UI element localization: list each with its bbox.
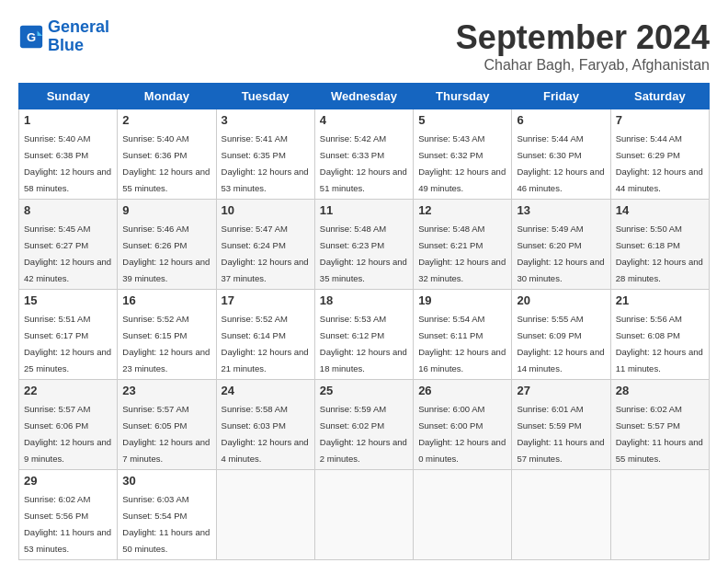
calendar-cell: 27 Sunrise: 6:01 AMSunset: 5:59 PMDaylig… bbox=[512, 380, 610, 470]
calendar-row-2: 15 Sunrise: 5:51 AMSunset: 6:17 PMDaylig… bbox=[19, 290, 710, 380]
calendar-cell: 12 Sunrise: 5:48 AMSunset: 6:21 PMDaylig… bbox=[414, 200, 512, 290]
day-number: 24 bbox=[222, 384, 310, 397]
logo-line2: Blue bbox=[48, 36, 84, 54]
day-number: 5 bbox=[418, 113, 506, 127]
day-info: Sunrise: 6:03 AMSunset: 5:54 PMDaylight:… bbox=[122, 494, 210, 554]
day-number: 17 bbox=[222, 293, 310, 307]
day-number: 25 bbox=[320, 384, 408, 397]
logo-line1: General bbox=[48, 17, 109, 36]
day-info: Sunrise: 5:40 AMSunset: 6:36 PMDaylight:… bbox=[122, 133, 210, 193]
day-number: 30 bbox=[122, 474, 210, 488]
calendar-cell: 6 Sunrise: 5:44 AMSunset: 6:30 PMDayligh… bbox=[512, 109, 610, 200]
day-info: Sunrise: 6:02 AMSunset: 5:57 PMDaylight:… bbox=[616, 404, 703, 464]
day-info: Sunrise: 5:49 AMSunset: 6:20 PMDaylight:… bbox=[517, 224, 604, 283]
calendar-cell: 26 Sunrise: 6:00 AMSunset: 6:00 PMDaylig… bbox=[414, 380, 512, 470]
day-info: Sunrise: 5:41 AMSunset: 6:35 PMDaylight:… bbox=[222, 133, 309, 193]
day-info: Sunrise: 5:56 AMSunset: 6:08 PMDaylight:… bbox=[616, 314, 703, 373]
day-info: Sunrise: 5:40 AMSunset: 6:38 PMDaylight:… bbox=[24, 133, 111, 193]
calendar-cell: 15 Sunrise: 5:51 AMSunset: 6:17 PMDaylig… bbox=[19, 290, 118, 380]
calendar-cell bbox=[414, 470, 512, 560]
day-info: Sunrise: 5:43 AMSunset: 6:32 PMDaylight:… bbox=[418, 133, 506, 193]
calendar-cell: 5 Sunrise: 5:43 AMSunset: 6:32 PMDayligh… bbox=[414, 109, 512, 200]
col-sunday: Sunday bbox=[19, 84, 118, 109]
day-number: 8 bbox=[24, 203, 112, 217]
logo-text: General Blue bbox=[48, 18, 109, 55]
day-info: Sunrise: 5:48 AMSunset: 6:23 PMDaylight:… bbox=[320, 224, 407, 283]
page-header: G General Blue September 2024 Chahar Bag… bbox=[18, 18, 710, 74]
day-number: 12 bbox=[418, 203, 506, 217]
calendar-cell: 1 Sunrise: 5:40 AMSunset: 6:38 PMDayligh… bbox=[19, 109, 118, 200]
day-number: 7 bbox=[616, 113, 704, 127]
calendar-cell: 9 Sunrise: 5:46 AMSunset: 6:26 PMDayligh… bbox=[118, 200, 216, 290]
calendar-header-row: Sunday Monday Tuesday Wednesday Thursday… bbox=[19, 84, 710, 109]
col-thursday: Thursday bbox=[414, 84, 512, 109]
day-number: 14 bbox=[616, 203, 704, 217]
calendar-row-3: 22 Sunrise: 5:57 AMSunset: 6:06 PMDaylig… bbox=[19, 380, 710, 470]
calendar-cell: 23 Sunrise: 5:57 AMSunset: 6:05 PMDaylig… bbox=[118, 380, 216, 470]
day-number: 11 bbox=[320, 203, 408, 217]
calendar-cell: 14 Sunrise: 5:50 AMSunset: 6:18 PMDaylig… bbox=[610, 200, 709, 290]
day-info: Sunrise: 5:45 AMSunset: 6:27 PMDaylight:… bbox=[24, 224, 111, 283]
calendar-cell: 7 Sunrise: 5:44 AMSunset: 6:29 PMDayligh… bbox=[610, 109, 709, 200]
day-info: Sunrise: 6:01 AMSunset: 5:59 PMDaylight:… bbox=[517, 404, 604, 464]
calendar-cell: 20 Sunrise: 5:55 AMSunset: 6:09 PMDaylig… bbox=[512, 290, 610, 380]
day-info: Sunrise: 5:55 AMSunset: 6:09 PMDaylight:… bbox=[517, 314, 604, 373]
day-info: Sunrise: 5:57 AMSunset: 6:06 PMDaylight:… bbox=[24, 404, 111, 464]
calendar-cell: 29 Sunrise: 6:02 AMSunset: 5:56 PMDaylig… bbox=[19, 470, 118, 560]
day-info: Sunrise: 5:44 AMSunset: 6:30 PMDaylight:… bbox=[517, 133, 604, 193]
day-info: Sunrise: 5:57 AMSunset: 6:05 PMDaylight:… bbox=[122, 404, 210, 464]
col-friday: Friday bbox=[512, 84, 610, 109]
calendar-row-0: 1 Sunrise: 5:40 AMSunset: 6:38 PMDayligh… bbox=[19, 109, 710, 200]
day-info: Sunrise: 6:00 AMSunset: 6:00 PMDaylight:… bbox=[418, 404, 506, 464]
col-saturday: Saturday bbox=[610, 84, 709, 109]
title-block: September 2024 Chahar Bagh, Faryab, Afgh… bbox=[456, 18, 710, 74]
day-number: 20 bbox=[517, 293, 605, 307]
calendar-cell: 22 Sunrise: 5:57 AMSunset: 6:06 PMDaylig… bbox=[19, 380, 118, 470]
day-number: 29 bbox=[24, 474, 112, 488]
day-info: Sunrise: 5:44 AMSunset: 6:29 PMDaylight:… bbox=[616, 133, 703, 193]
day-number: 9 bbox=[122, 203, 210, 217]
day-number: 13 bbox=[517, 203, 605, 217]
day-info: Sunrise: 5:47 AMSunset: 6:24 PMDaylight:… bbox=[222, 224, 309, 283]
calendar-cell bbox=[610, 470, 709, 560]
calendar-cell: 4 Sunrise: 5:42 AMSunset: 6:33 PMDayligh… bbox=[314, 109, 413, 200]
day-number: 2 bbox=[122, 113, 210, 127]
day-info: Sunrise: 5:52 AMSunset: 6:15 PMDaylight:… bbox=[122, 314, 210, 373]
day-info: Sunrise: 5:52 AMSunset: 6:14 PMDaylight:… bbox=[222, 314, 309, 373]
col-monday: Monday bbox=[118, 84, 216, 109]
day-number: 28 bbox=[616, 384, 704, 397]
location-title: Chahar Bagh, Faryab, Afghanistan bbox=[456, 57, 710, 74]
calendar-cell: 25 Sunrise: 5:59 AMSunset: 6:02 PMDaylig… bbox=[314, 380, 413, 470]
day-info: Sunrise: 5:58 AMSunset: 6:03 PMDaylight:… bbox=[222, 404, 309, 464]
day-info: Sunrise: 5:42 AMSunset: 6:33 PMDaylight:… bbox=[320, 133, 407, 193]
calendar-cell: 3 Sunrise: 5:41 AMSunset: 6:35 PMDayligh… bbox=[216, 109, 314, 200]
calendar-cell: 16 Sunrise: 5:52 AMSunset: 6:15 PMDaylig… bbox=[118, 290, 216, 380]
calendar-cell: 17 Sunrise: 5:52 AMSunset: 6:14 PMDaylig… bbox=[216, 290, 314, 380]
calendar-cell: 30 Sunrise: 6:03 AMSunset: 5:54 PMDaylig… bbox=[118, 470, 216, 560]
day-number: 18 bbox=[320, 293, 408, 307]
month-title: September 2024 bbox=[456, 18, 710, 57]
calendar-cell: 28 Sunrise: 6:02 AMSunset: 5:57 PMDaylig… bbox=[610, 380, 709, 470]
calendar-cell: 19 Sunrise: 5:54 AMSunset: 6:11 PMDaylig… bbox=[414, 290, 512, 380]
svg-text:G: G bbox=[27, 29, 36, 43]
calendar-cell: 10 Sunrise: 5:47 AMSunset: 6:24 PMDaylig… bbox=[216, 200, 314, 290]
col-tuesday: Tuesday bbox=[216, 84, 314, 109]
day-info: Sunrise: 5:50 AMSunset: 6:18 PMDaylight:… bbox=[616, 224, 703, 283]
day-number: 21 bbox=[616, 293, 704, 307]
day-number: 26 bbox=[418, 384, 506, 397]
calendar-row-4: 29 Sunrise: 6:02 AMSunset: 5:56 PMDaylig… bbox=[19, 470, 710, 560]
calendar-cell bbox=[314, 470, 413, 560]
day-number: 1 bbox=[24, 113, 112, 127]
calendar-cell: 2 Sunrise: 5:40 AMSunset: 6:36 PMDayligh… bbox=[118, 109, 216, 200]
calendar-cell: 13 Sunrise: 5:49 AMSunset: 6:20 PMDaylig… bbox=[512, 200, 610, 290]
day-number: 4 bbox=[320, 113, 408, 127]
day-number: 27 bbox=[517, 384, 605, 397]
logo: G General Blue bbox=[18, 18, 109, 55]
day-info: Sunrise: 5:59 AMSunset: 6:02 PMDaylight:… bbox=[320, 404, 407, 464]
day-info: Sunrise: 5:46 AMSunset: 6:26 PMDaylight:… bbox=[122, 224, 210, 283]
day-number: 15 bbox=[24, 293, 112, 307]
logo-icon: G bbox=[18, 24, 44, 50]
day-number: 3 bbox=[222, 113, 310, 127]
day-info: Sunrise: 5:48 AMSunset: 6:21 PMDaylight:… bbox=[418, 224, 506, 283]
calendar-cell: 8 Sunrise: 5:45 AMSunset: 6:27 PMDayligh… bbox=[19, 200, 118, 290]
